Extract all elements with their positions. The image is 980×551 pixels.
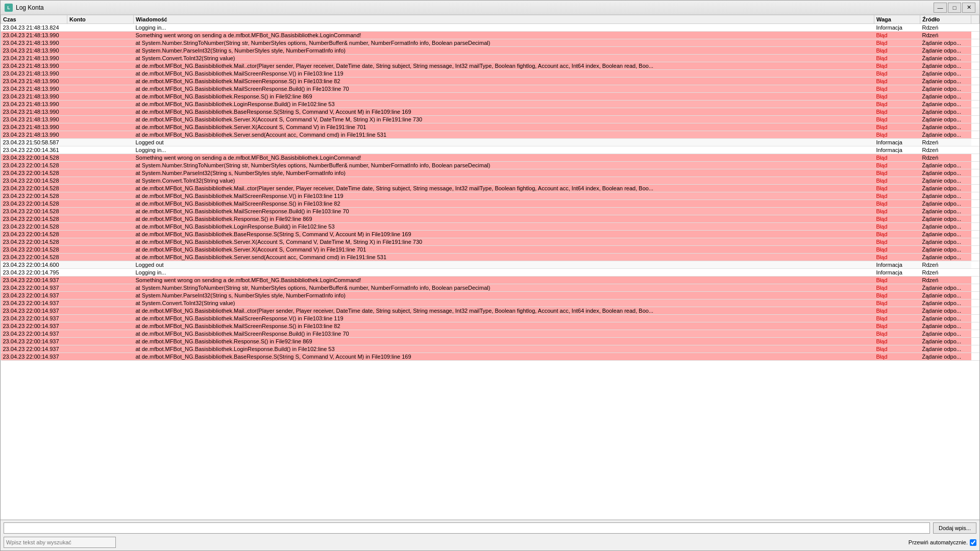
cell-source: Żądanie odpo... bbox=[920, 177, 971, 185]
cell-time: 23.04.23 21:48:13.990 bbox=[1, 123, 67, 131]
cell-message: at System.Convert.ToInt32(String value) bbox=[134, 299, 874, 307]
command-input[interactable] bbox=[4, 522, 930, 534]
cell-weight: Błąd bbox=[874, 277, 920, 284]
cell-message: at de.mfbot.MFBot_NG.Basisbibliothek.Bas… bbox=[134, 231, 874, 238]
cell-weight: Błąd bbox=[874, 246, 920, 254]
cell-source: Żądanie odpo... bbox=[920, 215, 971, 223]
cell-weight: Informacja bbox=[874, 146, 920, 154]
cell-account bbox=[67, 208, 134, 215]
cell-message: at System.Number.ParseInt32(String s, Nu… bbox=[134, 292, 874, 299]
window-icon-text: L bbox=[7, 5, 10, 10]
table-row: 23.04.23 21:48:13.990 at de.mfbot.MFBot_… bbox=[1, 93, 979, 101]
cell-message: at de.mfbot.MFBot_NG.Basisbibliothek.Mai… bbox=[134, 315, 874, 322]
title-bar: L Log Konta — □ ✕ bbox=[1, 1, 979, 15]
cell-weight: Informacja bbox=[874, 261, 920, 269]
cell-account bbox=[67, 78, 134, 85]
cell-time: 23.04.23 22:00:14.937 bbox=[1, 322, 67, 330]
table-row: 23.04.23 22:00:14.528 at de.mfbot.MFBot_… bbox=[1, 185, 979, 192]
cell-time: 23.04.23 21:48:13.990 bbox=[1, 131, 67, 139]
cell-account bbox=[67, 47, 134, 55]
table-row: 23.04.23 22:00:14.600Logged outInformacj… bbox=[1, 261, 979, 269]
table-header: Czas Konto Wiadomość Waga Źródło bbox=[1, 15, 979, 24]
cell-weight: Błąd bbox=[874, 169, 920, 177]
table-row: 23.04.23 21:48:13.990 at de.mfbot.MFBot_… bbox=[1, 62, 979, 70]
cell-time: 23.04.23 22:00:14.937 bbox=[1, 284, 67, 292]
cell-account bbox=[67, 162, 134, 169]
cell-account bbox=[67, 261, 134, 269]
cell-account bbox=[67, 131, 134, 139]
cell-message: at de.mfbot.MFBot_NG.Basisbibliothek.Ser… bbox=[134, 116, 874, 123]
cell-account bbox=[67, 238, 134, 246]
cell-source: Żądanie odpo... bbox=[920, 307, 971, 315]
close-button[interactable]: ✕ bbox=[962, 3, 975, 13]
cell-time: 23.04.23 21:48:13.990 bbox=[1, 47, 67, 55]
cell-source: Żądanie odpo... bbox=[920, 330, 971, 338]
log-table-container[interactable]: Czas Konto Wiadomość Waga Źródło 23.04.2… bbox=[1, 15, 979, 520]
table-row: 23.04.23 21:48:13.990 at System.Convert.… bbox=[1, 55, 979, 62]
cell-source: Żądanie odpo... bbox=[920, 55, 971, 62]
table-row: 23.04.23 22:00:14.528 at de.mfbot.MFBot_… bbox=[1, 254, 979, 261]
table-row: 23.04.23 22:00:14.937 at de.mfbot.MFBot_… bbox=[1, 353, 979, 361]
cell-source: Rdzeń bbox=[920, 154, 971, 162]
cell-account bbox=[67, 269, 134, 277]
cell-source: Żądanie odpo... bbox=[920, 338, 971, 345]
table-row: 23.04.23 21:48:13.990 at de.mfbot.MFBot_… bbox=[1, 101, 979, 108]
table-row: 23.04.23 22:00:14.528 at de.mfbot.MFBot_… bbox=[1, 215, 979, 223]
cell-message: at System.Number.ParseInt32(String s, Nu… bbox=[134, 169, 874, 177]
cell-weight: Błąd bbox=[874, 93, 920, 101]
cell-weight: Błąd bbox=[874, 78, 920, 85]
cell-message: at de.mfbot.MFBot_NG.Basisbibliothek.Res… bbox=[134, 215, 874, 223]
col-time[interactable]: Czas bbox=[1, 15, 67, 24]
cell-source: Żądanie odpo... bbox=[920, 39, 971, 47]
cell-time: 23.04.23 21:48:13.990 bbox=[1, 78, 67, 85]
cell-time: 23.04.23 22:00:14.361 bbox=[1, 146, 67, 154]
cell-time: 23.04.23 22:00:14.937 bbox=[1, 315, 67, 322]
cell-weight: Błąd bbox=[874, 32, 920, 39]
cell-weight: Błąd bbox=[874, 238, 920, 246]
table-row: 23.04.23 22:00:14.937 at System.Number.S… bbox=[1, 284, 979, 292]
cell-account bbox=[67, 284, 134, 292]
cell-source: Rdzeń bbox=[920, 146, 971, 154]
cell-weight: Błąd bbox=[874, 39, 920, 47]
table-row: 23.04.23 22:00:14.528 at System.Convert.… bbox=[1, 177, 979, 185]
cell-time: 23.04.23 21:48:13.990 bbox=[1, 85, 67, 93]
cell-weight: Błąd bbox=[874, 215, 920, 223]
cell-weight: Informacja bbox=[874, 24, 920, 32]
cell-message: Logging in... bbox=[134, 24, 874, 32]
col-message[interactable]: Wiadomość bbox=[134, 15, 874, 24]
filter-row: Przewiń automatycznie. bbox=[1, 536, 979, 549]
cell-time: 23.04.23 22:00:14.600 bbox=[1, 261, 67, 269]
cell-weight: Błąd bbox=[874, 299, 920, 307]
cell-message: at de.mfbot.MFBot_NG.Basisbibliothek.Mai… bbox=[134, 185, 874, 192]
cell-time: 23.04.23 22:00:14.528 bbox=[1, 223, 67, 231]
cell-time: 23.04.23 22:00:14.937 bbox=[1, 277, 67, 284]
cell-message: at de.mfbot.MFBot_NG.Basisbibliothek.Mai… bbox=[134, 192, 874, 200]
cell-source: Żądanie odpo... bbox=[920, 131, 971, 139]
cell-weight: Informacja bbox=[874, 139, 920, 146]
cell-message: at de.mfbot.MFBot_NG.Basisbibliothek.Log… bbox=[134, 223, 874, 231]
add-entry-button[interactable]: Dodaj wpis... bbox=[933, 522, 976, 534]
table-row: 23.04.23 22:00:14.937 at de.mfbot.MFBot_… bbox=[1, 322, 979, 330]
table-row: 23.04.23 21:48:13.990Something went wron… bbox=[1, 32, 979, 39]
cell-source: Żądanie odpo... bbox=[920, 200, 971, 208]
maximize-button[interactable]: □ bbox=[948, 3, 961, 13]
filter-input[interactable] bbox=[4, 537, 116, 548]
table-row: 23.04.23 22:00:14.937Something went wron… bbox=[1, 277, 979, 284]
cell-weight: Błąd bbox=[874, 185, 920, 192]
table-row: 23.04.23 22:00:14.528 at System.Number.S… bbox=[1, 162, 979, 169]
col-account[interactable]: Konto bbox=[67, 15, 134, 24]
cell-account bbox=[67, 70, 134, 78]
cell-source: Żądanie odpo... bbox=[920, 299, 971, 307]
cell-weight: Błąd bbox=[874, 62, 920, 70]
cell-message: at de.mfbot.MFBot_NG.Basisbibliothek.Res… bbox=[134, 338, 874, 345]
minimize-button[interactable]: — bbox=[934, 3, 947, 13]
cell-source: Rdzeń bbox=[920, 139, 971, 146]
col-source[interactable]: Źródło bbox=[920, 15, 971, 24]
col-weight[interactable]: Waga bbox=[874, 15, 920, 24]
table-row: 23.04.23 21:48:13.990 at de.mfbot.MFBot_… bbox=[1, 116, 979, 123]
table-row: 23.04.23 22:00:14.528Something went wron… bbox=[1, 154, 979, 162]
cell-account bbox=[67, 322, 134, 330]
table-row: 23.04.23 21:48:13.990 at de.mfbot.MFBot_… bbox=[1, 70, 979, 78]
cell-time: 23.04.23 22:00:14.528 bbox=[1, 162, 67, 169]
auto-scroll-checkbox[interactable] bbox=[970, 539, 976, 546]
